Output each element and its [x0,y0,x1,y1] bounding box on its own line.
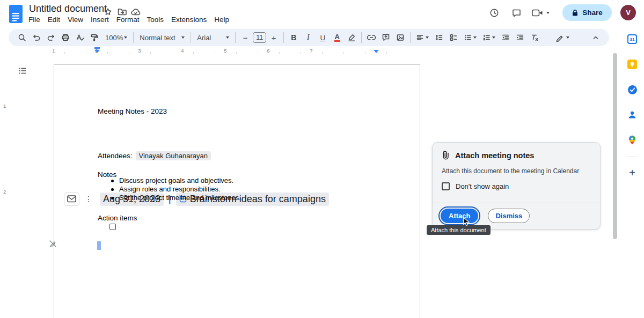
menu-format[interactable]: Format [113,14,143,25]
dont-show-again-checkbox[interactable] [442,182,450,190]
attach-button[interactable]: Attach [441,209,478,223]
share-label: Share [582,9,603,17]
toolbar-divider [361,32,362,43]
font-select[interactable]: Arial [194,31,232,45]
formatting-toolbar: 100% Normal text Arial − 11 + B I U A [9,29,609,46]
left-indent-marker[interactable] [94,50,100,53]
zoom-select[interactable]: 100% [102,31,130,45]
italic-button[interactable]: I [301,31,315,45]
video-call-button[interactable] [531,6,550,20]
menu-tools[interactable]: Tools [143,14,168,25]
document-title[interactable]: Untitled document [29,3,107,14]
numbered-list-caret-icon [492,36,495,39]
maps-app-icon[interactable] [627,135,638,145]
attendees-label[interactable]: Attendees: [98,152,133,160]
increase-font-size-button[interactable]: + [267,31,281,45]
undo-icon[interactable] [30,31,43,45]
attendees-row: Attendees: Vinayak Guhanarayan [98,151,211,160]
increase-indent-icon[interactable] [513,31,527,45]
comments-icon[interactable] [509,6,523,20]
bold-button[interactable]: B [287,31,301,45]
zoom-value: 100% [105,34,123,42]
menu-help[interactable]: Help [210,14,233,25]
version-history-icon[interactable] [487,6,501,20]
tasks-app-icon[interactable] [627,84,638,95]
side-panel-rail: 31 + [620,29,644,318]
menu-edit[interactable]: Edit [44,14,64,25]
attendee-person-chip[interactable]: Vinayak Guhanarayan [136,151,211,160]
keep-app-icon[interactable] [627,59,638,70]
docs-logo-icon[interactable] [9,4,23,24]
font-size-input[interactable]: 11 [253,32,266,43]
line-spacing-icon[interactable] [432,31,446,45]
attach-tooltip: Attach this document [427,225,491,235]
avatar-letter: V [626,9,631,17]
font-caret-icon [226,36,229,39]
first-line-indent-marker[interactable] [94,47,100,49]
decrease-font-size-button[interactable]: − [238,31,252,45]
dialog-header: Attach meeting notes [442,151,534,160]
toolbar-divider [283,32,284,43]
menu-bar: File Edit View Insert Format Tools Exten… [25,14,233,25]
bulleted-list-select[interactable] [461,31,479,45]
text-color-button[interactable]: A [330,31,344,45]
bulleted-list-caret-icon [473,36,477,39]
menu-insert[interactable]: Insert [87,14,113,25]
notes-bullet-list: Discuss project goals and objectives. As… [110,176,241,202]
decrease-indent-icon[interactable] [499,31,513,45]
account-avatar[interactable]: V [620,5,636,20]
spellcheck-icon[interactable] [73,31,87,45]
doc-text-title[interactable]: Meeting Notes - 2023 [98,107,167,115]
add-addon-button[interactable]: + [627,166,638,179]
document-outline-icon[interactable] [18,66,28,77]
lock-icon [572,9,579,17]
print-icon[interactable] [58,31,72,45]
toolbar-divider [191,32,191,43]
vertical-scrollbar[interactable] [613,53,617,239]
toolbar-divider [410,32,411,43]
dialog-actions: Attach Dismiss [433,203,600,223]
add-comment-icon[interactable] [379,31,393,45]
chip-overflow-menu-icon[interactable]: ⋮ [82,195,96,203]
collapse-toolbar-icon[interactable] [589,31,603,45]
align-select[interactable] [413,31,431,45]
highlight-color-icon[interactable] [345,31,358,45]
horizontal-ruler: 1 2 3 4 5 6 7 [54,47,420,56]
paint-format-icon[interactable] [87,31,101,45]
insert-image-icon[interactable] [393,31,407,45]
action-item-checkbox[interactable] [109,224,116,230]
margin-edit-pencil-icon[interactable] [49,240,56,247]
editing-mode-select[interactable] [552,31,573,45]
paperclip-icon [442,151,450,160]
bullet-item[interactable]: Discuss project goals and objectives. [110,176,241,185]
bullet-item[interactable]: Set the project timeline and milestones. [110,194,241,202]
share-button[interactable]: Share [562,4,612,21]
ruler-ticks [64,52,408,54]
right-indent-marker[interactable] [374,50,379,53]
numbered-list-select[interactable] [480,31,498,45]
menu-file[interactable]: File [25,14,44,25]
menu-view[interactable]: View [64,14,87,25]
style-caret-icon [181,36,185,39]
document-page[interactable]: Meeting Notes - 2023 ⋮ Aug 31, 2023 | Br… [54,64,420,318]
rail-divider [626,157,638,157]
redo-icon[interactable] [44,31,58,45]
bullet-item[interactable]: Assign roles and responsibilities. [110,185,241,194]
dont-show-again-row: Don't show again [442,182,509,190]
action-items-label[interactable]: Action items [98,214,137,222]
editing-mode-caret-icon [566,36,569,39]
calendar-app-icon[interactable]: 31 [627,34,638,45]
contacts-app-icon[interactable] [627,109,638,120]
clear-formatting-icon[interactable] [528,31,541,45]
menu-extensions[interactable]: Extensions [167,14,210,25]
insert-link-icon[interactable] [364,31,378,45]
paragraph-style-select[interactable]: Normal text [136,31,188,45]
align-caret-icon [426,36,429,39]
underline-button[interactable]: U [316,31,330,45]
checklist-icon[interactable] [447,31,460,45]
search-menus-icon[interactable] [15,31,29,45]
toolbar-divider [235,32,236,43]
dismiss-button[interactable]: Dismiss [488,209,530,223]
video-call-caret-icon [546,12,550,14]
email-attendees-button[interactable] [64,192,79,206]
